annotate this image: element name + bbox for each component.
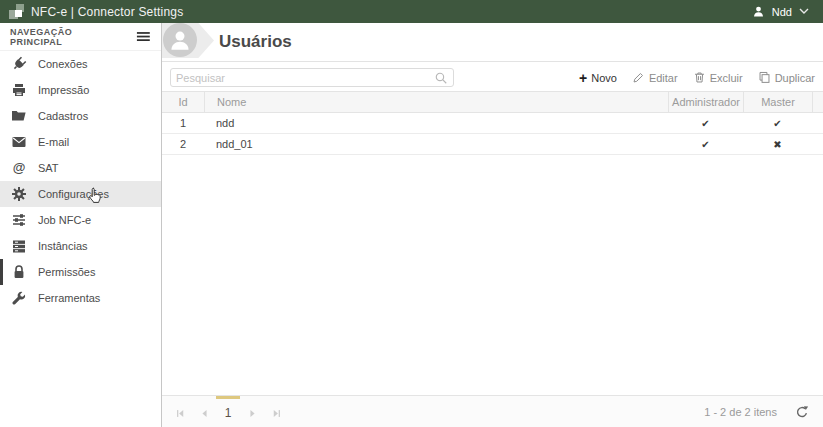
cell-nome: ndd [204, 113, 668, 133]
sidebar-item-instancias[interactable]: Instâncias [0, 233, 161, 259]
sidebar-item-cadastros[interactable]: Cadastros [0, 103, 161, 129]
app-title: NFC-e | Connector Settings [31, 5, 183, 19]
refresh-icon[interactable] [793, 403, 811, 421]
duplicar-button[interactable]: Duplicar [758, 71, 815, 84]
sidebar-item-label: Ferramentas [38, 292, 100, 304]
search-icon[interactable] [434, 71, 448, 85]
table-row[interactable]: 1 ndd ✔ ✔ [162, 113, 823, 134]
person-icon [752, 5, 765, 18]
column-header-nome[interactable]: Nome [204, 92, 668, 112]
sidebar-item-conexoes[interactable]: Conexões [0, 51, 161, 77]
server-icon [11, 238, 27, 254]
sidebar-item-label: E-mail [38, 136, 69, 148]
copy-icon [758, 71, 771, 84]
sidebar-item-label: Conexões [38, 58, 88, 70]
editar-label: Editar [649, 72, 678, 84]
sidebar-item-label: SAT [38, 162, 59, 174]
page-header: Usuários [162, 23, 823, 62]
controls-row: + Novo Editar Excluir [162, 62, 823, 91]
chevron-down-icon [799, 8, 809, 15]
pencil-icon [632, 71, 645, 84]
pager-summary: 1 - 2 de 2 itens [704, 406, 777, 418]
sidebar-header-label: NAVEGAÇÃO PRINCIPAL [10, 27, 125, 47]
envelope-icon [11, 134, 27, 150]
sidebar-item-impressao[interactable]: Impressão [0, 77, 161, 103]
search-box[interactable] [170, 68, 454, 87]
check-icon: ✔ [773, 118, 781, 129]
sidebar-item-job-nfce[interactable]: Job NFC-e [0, 207, 161, 233]
cell-nome: ndd_01 [204, 134, 668, 154]
novo-label: Novo [591, 72, 617, 84]
duplicar-label: Duplicar [775, 72, 815, 84]
sidebar-item-label: Instâncias [38, 240, 88, 252]
plus-icon: + [579, 72, 587, 84]
table-row[interactable]: 2 ndd_01 ✔ ✖ [162, 134, 823, 155]
first-page-button[interactable] [168, 396, 192, 427]
app-window: NFC-e | Connector Settings Ndd NAVEGAÇÃO… [0, 0, 823, 427]
sidebar-item-email[interactable]: E-mail [0, 129, 161, 155]
sidebar-header: NAVEGAÇÃO PRINCIPAL [0, 23, 161, 51]
next-page-button[interactable] [240, 396, 264, 427]
printer-icon [11, 82, 27, 98]
last-page-button[interactable] [264, 396, 288, 427]
cell-id: 2 [162, 134, 204, 154]
column-header-administrador[interactable]: Administrador [668, 92, 743, 112]
x-icon: ✖ [773, 139, 781, 150]
sidebar-item-sat[interactable]: @ SAT [0, 155, 161, 181]
at-sign-icon: @ [11, 160, 27, 176]
toolbar: + Novo Editar Excluir [579, 71, 815, 84]
lock-icon [11, 264, 27, 280]
sidebar-item-configuracoes[interactable]: Configurações [0, 181, 161, 207]
cell-id: 1 [162, 113, 204, 133]
column-header-id[interactable]: Id [162, 92, 204, 112]
sliders-icon [11, 212, 27, 228]
pager: 1 1 - 2 de 2 itens [162, 395, 823, 427]
page-number-button[interactable]: 1 [216, 396, 240, 427]
check-icon: ✔ [701, 118, 709, 129]
gear-icon [11, 186, 27, 202]
folder-icon [11, 108, 27, 124]
user-name: Ndd [772, 6, 792, 18]
user-badge-icon [163, 23, 197, 57]
hamburger-icon[interactable] [136, 29, 151, 44]
column-header-filler [812, 92, 823, 112]
column-header-master[interactable]: Master [743, 92, 812, 112]
trash-icon [693, 71, 706, 84]
sidebar-item-label: Permissões [38, 266, 95, 278]
sidebar-item-label: Configurações [38, 188, 109, 200]
wrench-icon [11, 290, 27, 306]
sidebar-item-label: Cadastros [38, 110, 88, 122]
check-icon: ✔ [701, 139, 709, 150]
novo-button[interactable]: + Novo [579, 72, 617, 84]
excluir-button[interactable]: Excluir [693, 71, 743, 84]
page-title: Usuários [219, 32, 292, 52]
sidebar-item-permissoes[interactable]: Permissões [0, 259, 161, 285]
plug-icon [11, 56, 27, 72]
table-header: Id Nome Administrador Master [162, 91, 823, 113]
empty-area [162, 155, 823, 395]
sidebar-item-ferramentas[interactable]: Ferramentas [0, 285, 161, 311]
editar-button[interactable]: Editar [632, 71, 678, 84]
app-logo [8, 3, 26, 21]
sidebar-item-label: Impressão [38, 84, 89, 96]
main-content: Usuários + Novo [162, 23, 823, 427]
excluir-label: Excluir [710, 72, 743, 84]
sidebar-item-label: Job NFC-e [38, 214, 91, 226]
user-menu[interactable]: Ndd [752, 5, 815, 18]
prev-page-button[interactable] [192, 396, 216, 427]
search-input[interactable] [176, 72, 434, 84]
sidebar: NAVEGAÇÃO PRINCIPAL Conexões Impressão [0, 23, 162, 427]
topbar: NFC-e | Connector Settings Ndd [0, 0, 823, 23]
